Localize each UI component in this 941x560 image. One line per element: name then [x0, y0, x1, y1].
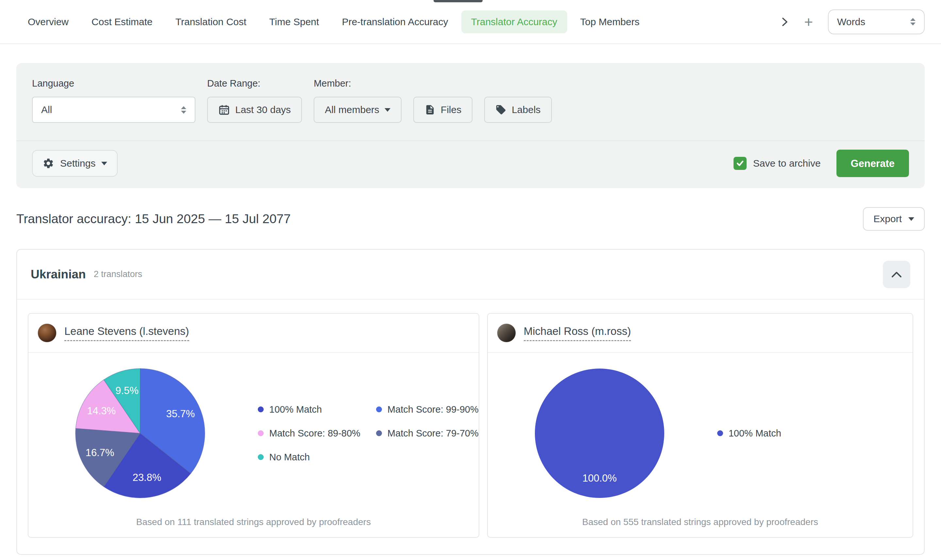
- member-select-button[interactable]: All members: [314, 97, 401, 123]
- sort-arrows-icon: [910, 18, 915, 26]
- translator-card: Michael Ross (m.ross) 100.0% 100% Match …: [487, 313, 913, 538]
- tab-time-spent[interactable]: Time Spent: [260, 11, 329, 33]
- translator-name-link[interactable]: Michael Ross (m.ross): [524, 325, 631, 341]
- avatar: [497, 323, 516, 342]
- avatar: [38, 323, 57, 342]
- unit-select-value: Words: [837, 16, 865, 28]
- collapse-section-button[interactable]: [883, 261, 910, 288]
- legend-label: Match Score: 89-80%: [269, 428, 360, 439]
- tabs-scroll-right-button[interactable]: [781, 17, 789, 27]
- sort-arrows-icon: [181, 106, 186, 114]
- tab-top-members[interactable]: Top Members: [570, 11, 650, 33]
- caret-down-icon: [101, 162, 107, 165]
- chevron-right-icon: [781, 17, 789, 27]
- language-name: Ukrainian: [31, 268, 86, 281]
- generate-button[interactable]: Generate: [836, 150, 909, 177]
- top-notch-bar: [434, 0, 483, 2]
- export-label: Export: [873, 213, 902, 225]
- language-select[interactable]: All: [32, 97, 195, 123]
- legend-dot: [717, 430, 723, 436]
- accuracy-pie-chart: 100.0%: [534, 368, 665, 498]
- pie-legend: 100% Match Match Score: 99-90% Match Sco…: [258, 404, 479, 463]
- caret-down-icon: [384, 108, 391, 112]
- translator-card: Leane Stevens (l.stevens) 35.7%23.8%16.7…: [28, 313, 479, 538]
- pie-slice-value-label: 100.0%: [582, 472, 617, 484]
- add-report-button[interactable]: +: [804, 14, 813, 29]
- check-icon: [736, 160, 744, 167]
- save-to-archive-checkbox[interactable]: Save to archive: [733, 157, 821, 170]
- legend-label: 100% Match: [729, 428, 781, 439]
- labels-filter-label: Labels: [512, 104, 540, 115]
- legend-item[interactable]: Match Score: 89-80%: [258, 428, 360, 439]
- tag-icon: [495, 104, 506, 115]
- date-range-button[interactable]: Last 30 days: [207, 97, 302, 123]
- member-select-value: All members: [325, 104, 379, 115]
- report-tabs: Overview Cost Estimate Translation Cost …: [0, 0, 941, 44]
- legend-label: No Match: [269, 452, 310, 463]
- legend-item[interactable]: 100% Match: [717, 428, 781, 439]
- legend-dot: [258, 430, 264, 436]
- tab-pre-translation-accuracy[interactable]: Pre-translation Accuracy: [332, 11, 458, 33]
- files-filter-button[interactable]: Files: [413, 97, 472, 123]
- labels-filter-button[interactable]: Labels: [484, 97, 552, 123]
- legend-item[interactable]: Match Score: 79-70%: [376, 428, 479, 439]
- settings-button[interactable]: Settings: [32, 150, 118, 177]
- date-range-label: Date Range:: [207, 78, 302, 89]
- pie-slice-value-label: 23.8%: [133, 472, 161, 483]
- gear-icon: [43, 157, 54, 169]
- legend-item[interactable]: 100% Match: [258, 404, 360, 415]
- legend-label: Match Score: 99-90%: [387, 404, 479, 415]
- chevron-up-icon: [891, 271, 902, 278]
- pie-slice-value-label: 35.7%: [166, 408, 195, 420]
- caret-down-icon: [908, 217, 914, 221]
- chart-footnote: Based on 111 translated strings approved…: [28, 517, 479, 537]
- legend-dot: [258, 454, 264, 460]
- translator-name-link[interactable]: Leane Stevens (l.stevens): [65, 325, 189, 341]
- legend-dot: [376, 406, 382, 412]
- legend-item[interactable]: Match Score: 99-90%: [376, 404, 479, 415]
- export-button[interactable]: Export: [863, 207, 925, 231]
- translators-count: 2 translators: [94, 269, 143, 279]
- tab-cost-estimate[interactable]: Cost Estimate: [81, 11, 162, 33]
- legend-dot: [258, 406, 264, 412]
- legend-label: Match Score: 79-70%: [387, 428, 479, 439]
- language-select-value: All: [41, 104, 52, 115]
- unit-select[interactable]: Words: [828, 9, 925, 34]
- legend-dot: [376, 430, 382, 436]
- page-title: Translator accuracy: 15 Jun 2025 — 15 Ju…: [16, 212, 291, 226]
- legend-label: 100% Match: [269, 404, 322, 415]
- pie-legend: 100% Match: [717, 428, 781, 439]
- legend-item[interactable]: No Match: [258, 452, 360, 463]
- member-label: Member:: [314, 78, 552, 89]
- chart-footnote: Based on 555 translated strings approved…: [488, 517, 913, 537]
- date-range-value: Last 30 days: [235, 104, 291, 115]
- settings-label: Settings: [60, 158, 95, 169]
- tab-translator-accuracy[interactable]: Translator Accuracy: [461, 11, 567, 33]
- pie-slice-value-label: 16.7%: [86, 447, 114, 458]
- files-filter-label: Files: [441, 104, 461, 115]
- report-filters-panel: Language All Date Range: Last 30 days Me…: [16, 63, 925, 188]
- language-label: Language: [32, 78, 195, 89]
- accuracy-pie-chart: 35.7%23.8%16.7%14.3%9.5%: [75, 368, 206, 498]
- file-icon: [424, 104, 435, 115]
- pie-slice-value-label: 14.3%: [87, 405, 116, 417]
- save-to-archive-label: Save to archive: [753, 158, 821, 169]
- tab-overview[interactable]: Overview: [18, 11, 78, 33]
- checkbox-checked: [733, 157, 747, 170]
- pie-slice-value-label: 9.5%: [115, 385, 138, 396]
- calendar-icon: [218, 104, 230, 115]
- language-section-ukrainian: Ukrainian 2 translators Leane Stevens (l…: [16, 249, 925, 555]
- tab-translation-cost[interactable]: Translation Cost: [166, 11, 256, 33]
